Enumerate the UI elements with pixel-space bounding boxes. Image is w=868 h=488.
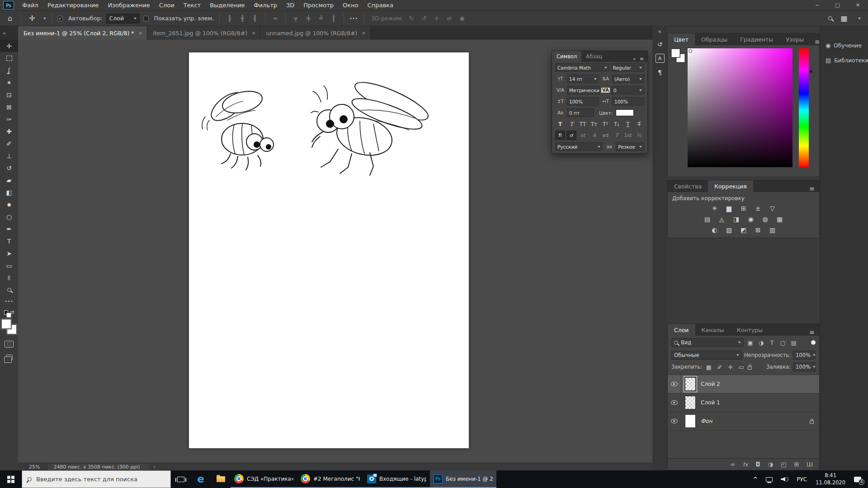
network-button[interactable] — [762, 470, 777, 488]
dodge-tool[interactable]: ○ — [0, 211, 18, 223]
chevron-down-icon[interactable] — [858, 18, 861, 19]
home-icon[interactable]: ⌂ — [5, 14, 15, 23]
maximize-button[interactable]: □ — [827, 0, 848, 11]
layer-thumbnail[interactable] — [685, 377, 696, 391]
marquee-tool[interactable] — [0, 52, 18, 64]
filter-shape-layers-icon[interactable]: ▢ — [778, 339, 787, 346]
screen-mode-button[interactable] — [6, 355, 13, 360]
blur-tool[interactable]: ● — [0, 198, 18, 211]
posterize-icon[interactable]: ▨ — [723, 225, 735, 235]
filter-pixel-layers-icon[interactable]: ▣ — [746, 339, 755, 346]
chevron-down-icon[interactable] — [43, 18, 46, 19]
search-icon[interactable] — [828, 16, 832, 20]
tracking-field[interactable]: 0 — [611, 86, 644, 94]
crop-tool[interactable]: ⊡ — [0, 89, 18, 101]
visibility-toggle[interactable] — [668, 412, 681, 430]
tab-paragraph[interactable]: Абзац — [581, 51, 607, 62]
foreground-color-swatch[interactable] — [671, 49, 680, 57]
filter-adjustment-layers-icon[interactable]: ◑ — [757, 339, 765, 346]
color-balance-icon[interactable]: ◬ — [716, 214, 728, 224]
taskbar-app-outlook[interactable]: O Входящие - latypo... — [363, 470, 430, 488]
vertical-scale-field[interactable]: 100% — [567, 97, 599, 106]
font-style-select[interactable]: Regular — [611, 63, 644, 72]
small-caps-button[interactable]: Tт — [589, 119, 599, 129]
new-group-icon[interactable]: ◰ — [781, 461, 786, 468]
history-panel-icon[interactable]: ↺ — [657, 41, 663, 48]
move-tool-icon[interactable]: ✛ — [27, 14, 38, 23]
healing-brush-tool[interactable]: ✚ — [0, 125, 18, 137]
menu-image[interactable]: Изображение — [103, 0, 154, 11]
stylistic-alternates-button[interactable]: ad — [600, 131, 610, 140]
foreground-color-swatch[interactable] — [1, 319, 11, 329]
quick-selection-tool[interactable]: ✶ — [0, 76, 18, 89]
lasso-tool[interactable]: ʆ — [0, 64, 18, 76]
tab-gradients[interactable]: Градиенты — [734, 33, 779, 45]
status-menu-chevron[interactable]: › — [154, 465, 156, 469]
move-tool[interactable]: ✛ — [0, 40, 18, 52]
tab-swatches[interactable]: Образцы — [695, 33, 734, 45]
tab-color[interactable]: Цвет — [668, 33, 695, 45]
swash-button[interactable]: A — [589, 131, 599, 140]
strikethrough-button[interactable]: T — [634, 119, 644, 129]
panel-menu-icon[interactable]: ≡ — [810, 38, 825, 45]
menu-3d[interactable]: 3D — [282, 0, 299, 11]
discretionary-ligatures-button[interactable]: st — [578, 131, 588, 140]
opacity-field[interactable]: 100% — [793, 351, 816, 360]
minimize-button[interactable]: ─ — [807, 0, 827, 11]
layer-style-icon[interactable]: fx — [743, 461, 748, 468]
layer-row-background[interactable]: Фон — [668, 412, 819, 431]
tab-paths[interactable]: Контуры — [731, 324, 769, 336]
delete-layer-icon[interactable]: Ш — [807, 461, 813, 468]
rectangle-tool[interactable]: ▭ — [0, 259, 18, 272]
autoselect-target-select[interactable]: Слой — [106, 14, 140, 23]
photo-filter-icon[interactable]: ◉ — [745, 214, 757, 224]
close-icon[interactable]: ✕ — [362, 31, 366, 36]
taskbar-app-chrome-1[interactable]: СЭД «Практика» - ... — [231, 470, 297, 488]
contextual-alternates-button[interactable]: σ — [566, 131, 576, 140]
clone-stamp-tool[interactable]: ⊥ — [0, 150, 18, 162]
lock-artboard-icon[interactable]: ▭ — [737, 364, 745, 371]
tab-layers[interactable]: Слои — [668, 324, 695, 336]
workspace-icon[interactable]: ▦ — [839, 14, 849, 23]
more-options-icon[interactable]: ••• — [349, 13, 358, 24]
zoom-tool[interactable] — [0, 284, 18, 296]
notification-center-button[interactable]: 4 — [850, 470, 865, 488]
lock-transparent-icon[interactable]: ▦ — [704, 364, 713, 371]
frame-tool[interactable]: ⊠ — [0, 101, 18, 113]
subscript-button[interactable]: T₁ — [612, 119, 622, 129]
hue-slider[interactable] — [799, 48, 809, 167]
align-middle-icon[interactable]: ╪ — [304, 15, 313, 22]
menu-select[interactable]: Выделение — [205, 0, 249, 11]
tab-channels[interactable]: Каналы — [695, 324, 731, 336]
levels-icon[interactable]: ▆ — [723, 203, 735, 213]
distribute-horizontal-icon[interactable]: ═ — [271, 15, 280, 22]
align-center-icon[interactable]: ╫ — [238, 15, 247, 22]
filter-smart-objects-icon[interactable]: ▤ — [789, 339, 798, 346]
history-brush-tool[interactable]: ↺ — [0, 162, 18, 174]
edge-button[interactable]: e — [191, 470, 211, 488]
anti-alias-select[interactable]: Резкое — [616, 142, 644, 151]
layer-name[interactable]: Слой 2 — [701, 381, 720, 387]
language-indicator[interactable]: РУС — [793, 470, 811, 488]
quick-mask-button[interactable] — [5, 341, 14, 347]
layer-thumbnail[interactable] — [685, 414, 696, 428]
hand-tool[interactable]: ✌ — [0, 272, 18, 284]
underline-button[interactable]: T — [623, 119, 633, 129]
lock-paint-icon[interactable]: ✐ — [715, 364, 724, 371]
toolbar-more-icon[interactable]: ••• — [5, 296, 14, 307]
new-layer-icon[interactable]: ⊞ — [794, 461, 799, 468]
panel-menu-icon[interactable]: ≡ — [805, 328, 819, 336]
channel-mixer-icon[interactable]: ◍ — [759, 214, 771, 224]
brush-tool[interactable]: ✐ — [0, 137, 18, 150]
layer-row-2[interactable]: Слой 2 — [668, 375, 819, 394]
color-lookup-icon[interactable]: ▦ — [774, 214, 786, 224]
language-select[interactable]: Русский — [555, 142, 603, 151]
autoselect-checkbox[interactable]: ✓ — [57, 16, 63, 21]
menu-view[interactable]: Просмотр — [299, 0, 338, 11]
zoom-level-field[interactable]: 25% — [25, 464, 43, 470]
document-tab-1[interactable]: Без имени-1 @ 25% (Слой 2, RGB/8) * ✕ — [18, 26, 147, 40]
menu-help[interactable]: Справка — [363, 0, 398, 11]
invert-icon[interactable]: ◐ — [708, 225, 721, 235]
new-adjustment-layer-icon[interactable]: ◑ — [768, 461, 773, 468]
text-color-swatch[interactable] — [616, 109, 634, 116]
